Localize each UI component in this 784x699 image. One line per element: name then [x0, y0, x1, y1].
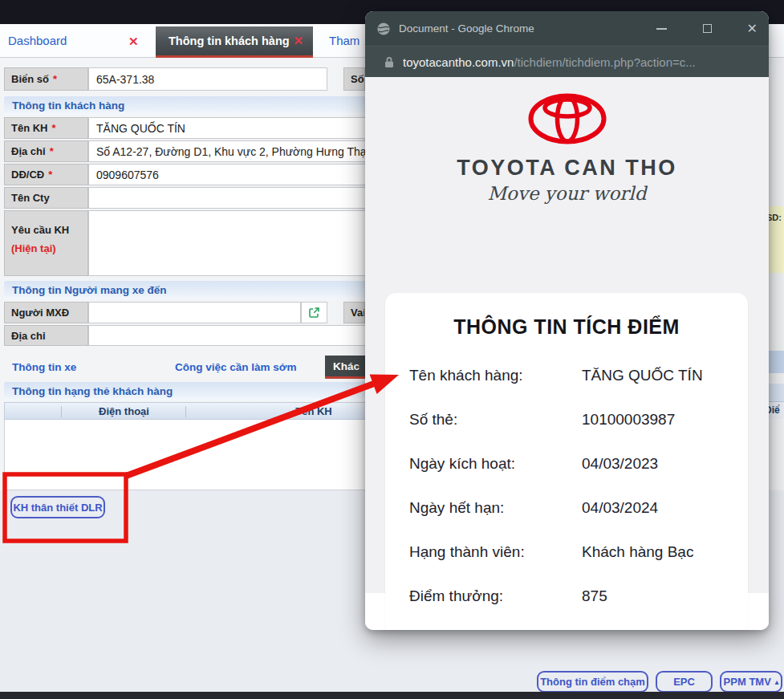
screen: Dashboard ✕ Thông tin khách hàng ✕ Tham …: [0, 0, 784, 699]
bien-so-label-text: Biển số: [11, 73, 49, 85]
dia-chi-label: Địa chỉ *: [4, 140, 88, 162]
dia-chi-label-text: Địa chỉ: [11, 145, 46, 157]
lock-icon: [384, 56, 394, 68]
brand-slogan: Move your world: [365, 183, 769, 204]
caret-up-icon: ▴: [775, 678, 779, 686]
ten-kh-required-mark: *: [52, 122, 56, 134]
toyota-logo-block: TOYOTA CAN THO Move your world: [365, 93, 769, 204]
bottom-dark-strip: [0, 692, 784, 699]
url-domain: toyotacantho.com.vn: [403, 55, 514, 69]
row-value: TĂNG QUỐC TÍN: [582, 365, 703, 386]
kh-than-thiet-dlr-button[interactable]: KH thân thiết DLR: [10, 496, 105, 518]
yeu-cau-kh-label: Yêu cầu KH (Hiện tại): [4, 210, 88, 276]
yeu-cau-kh-label-text: Yêu cầu KH: [11, 224, 69, 236]
subtab-cong-viec[interactable]: Công việc cần làm sớm: [175, 356, 296, 379]
popup-url-bar[interactable]: toyotacantho.com.vn/tichdiem/tichdiem.ph…: [365, 46, 769, 77]
bien-so-input[interactable]: 65A-371.38: [88, 67, 327, 91]
ppm-tmv-button[interactable]: PPM TMV ▴: [720, 671, 782, 693]
globe-icon: [376, 22, 391, 36]
row-value: 04/03/2023: [582, 453, 658, 474]
ten-kh-label-text: Tên KH: [11, 122, 48, 134]
row-label: Hạng thành viên:: [409, 542, 525, 563]
epc-button[interactable]: EPC: [656, 671, 713, 693]
row-label: Ngày kích hoạt:: [409, 453, 515, 474]
row-value: 875: [582, 586, 607, 607]
popup-document-body: TOYOTA CAN THO Move your world THÔNG TIN…: [365, 77, 769, 630]
card-row-hang-thanh-vien: Hạng thành viên: Khách hàng Bạc: [385, 542, 748, 563]
dd-cd-required-mark: *: [48, 169, 52, 181]
row-label: Điểm thưởng:: [409, 586, 503, 607]
card-row-so-the: Số thẻ: 10100003987: [385, 409, 748, 430]
popup-title-bar[interactable]: Document - Google Chrome ✕: [365, 11, 769, 46]
tab-dashboard-close-icon[interactable]: ✕: [128, 35, 139, 48]
dia-chi-2-label: Địa chỉ: [4, 325, 88, 346]
nguoi-mxd-input[interactable]: [88, 302, 301, 323]
row-label: Số thẻ:: [409, 409, 457, 430]
row-label: Ngày hết hạn:: [409, 498, 504, 518]
ten-kh-label: Tên KH *: [4, 117, 88, 139]
chrome-popup-window: Document - Google Chrome ✕ toyotacantho.…: [365, 11, 769, 630]
bien-so-required-mark: *: [53, 73, 57, 85]
ten-cty-label: Tên Cty: [4, 187, 88, 209]
row-value: Khách hàng Bạc: [582, 542, 693, 563]
toyota-logo-icon: [527, 93, 607, 144]
dia-chi-required-mark: *: [50, 145, 54, 157]
row-label: Tên khách hàng:: [409, 365, 523, 386]
column-divider: [185, 406, 186, 417]
tab-dashboard[interactable]: Dashboard: [8, 30, 67, 51]
close-window-icon[interactable]: ✕: [747, 22, 758, 35]
tab-tham[interactable]: Tham: [329, 30, 360, 51]
card-row-ngay-het-han: Ngày hết hạn: 04/03/2024: [385, 498, 748, 518]
row-value: 10100003987: [582, 409, 675, 430]
thong-tin-diem-cham-button[interactable]: Thông tin điểm chạm: [537, 671, 648, 693]
vai-tro-label: Vai t: [343, 302, 365, 323]
minimize-icon[interactable]: [656, 28, 667, 30]
loyalty-points-card: THÔNG TIN TÍCH ĐIỂM Tên khách hàng: TĂNG…: [385, 293, 748, 630]
nguoi-mxd-lookup-button[interactable]: [301, 302, 327, 323]
tab-customer-close-icon[interactable]: ✕: [293, 35, 303, 47]
row-value: 04/03/2024: [582, 498, 658, 518]
brand-name: TOYOTA CAN THO: [365, 156, 769, 181]
maximize-icon[interactable]: [703, 24, 712, 33]
dd-cd-label-text: DĐ/CĐ: [11, 169, 44, 181]
card-row-ten-khach-hang: Tên khách hàng: TĂNG QUỐC TÍN: [385, 365, 748, 386]
column-header-ten-kh[interactable]: Tên KH: [242, 403, 386, 421]
subtab-thong-tin-xe[interactable]: Thông tin xe: [12, 356, 76, 379]
url-path: /tichdiem/tichdiem.php?action=c...: [514, 55, 695, 69]
bien-so-label: Biển số *: [4, 67, 88, 91]
yeu-cau-hien-tai-text: (Hiện tại): [11, 242, 56, 254]
tab-customer-info-label: Thông tin khách hàng: [169, 35, 293, 47]
card-title: THÔNG TIN TÍCH ĐIỂM: [385, 315, 748, 339]
card-row-diem-thuong: Điểm thưởng: 875: [385, 586, 748, 607]
popup-window-title: Document - Google Chrome: [399, 22, 534, 35]
external-link-icon: [308, 307, 320, 319]
nguoi-mxd-label: Người MXĐ: [4, 302, 88, 323]
so-v-label: Số V: [343, 67, 365, 91]
subtab-khac[interactable]: Khác: [325, 356, 365, 379]
ppm-tmv-label: PPM TMV: [724, 676, 771, 688]
column-divider: [61, 406, 62, 417]
card-row-ngay-kich-hoat: Ngày kích hoạt: 04/03/2023: [385, 453, 748, 474]
tab-customer-info[interactable]: Thông tin khách hàng ✕: [156, 26, 313, 58]
dd-cd-label: DĐ/CĐ *: [4, 164, 88, 185]
column-header-dien-thoai[interactable]: Điện thoại: [63, 403, 185, 421]
